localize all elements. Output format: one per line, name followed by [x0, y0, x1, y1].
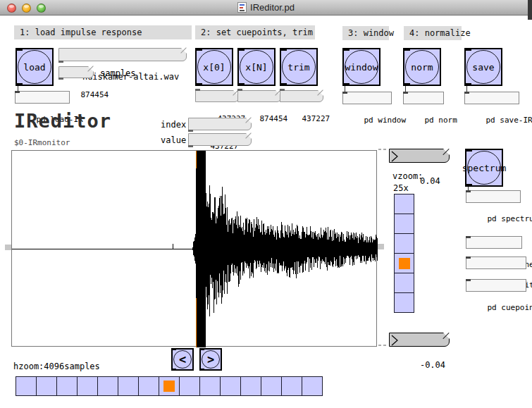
scroll-left-bang-button[interactable]: <	[171, 348, 194, 371]
vzoom-radio-cell[interactable]	[394, 214, 414, 234]
graph-handle-right	[378, 244, 384, 249]
object-text: pd norm	[425, 116, 457, 125]
value-number-field[interactable]: -0.0934953	[188, 133, 252, 146]
bang-label: save	[472, 62, 494, 73]
pd-spectrum-object[interactable]: pd spectrum	[466, 190, 521, 203]
object-text: pd window	[364, 116, 407, 125]
vzoom-radio-cell[interactable]	[394, 233, 414, 254]
trim-bang-button[interactable]: trim	[280, 48, 318, 86]
cue-end-bang-button[interactable]: x[N]	[237, 48, 276, 86]
bang-circle: save	[466, 50, 500, 84]
zoom-button[interactable]	[37, 4, 46, 13]
bang-label: x[0]	[203, 62, 225, 73]
vzoom-value-label: 25x	[393, 183, 409, 193]
pd-window-object[interactable]: pd window	[342, 92, 392, 104]
hzoom-radio-cell[interactable]	[199, 376, 221, 396]
bang-circle: x[N]	[240, 50, 273, 84]
close-button[interactable]	[7, 4, 16, 13]
vzoom-radio-cell[interactable]	[394, 194, 414, 214]
vzoom-radio-cell[interactable]	[394, 292, 414, 313]
cue-start-number-field[interactable]: 437227	[195, 90, 239, 102]
pd-cuepoints-object[interactable]: pd cuepoints	[466, 279, 526, 292]
outlet-nub	[188, 145, 193, 147]
waveform-display[interactable]	[11, 150, 377, 347]
trim-number-field[interactable]: 437227	[280, 90, 323, 102]
vzoom-label: vzoom:	[392, 171, 423, 181]
inlet-nub	[403, 92, 408, 94]
page-title: IReditor	[14, 110, 111, 132]
hzoom-radio-cell[interactable]	[220, 376, 241, 396]
bang-circle: >	[202, 350, 220, 369]
app-window: IReditor.pd 1: load impulse response 2: …	[0, 0, 532, 408]
graph-corner-dashes	[378, 345, 388, 346]
patch-cord	[345, 86, 345, 92]
trim-value: 437227	[302, 114, 330, 123]
load-bang-button[interactable]: load	[16, 48, 54, 86]
hzoom-radio-cell[interactable]	[159, 376, 180, 396]
hzoom-radio-cell[interactable]	[77, 376, 98, 396]
bang-circle: trim	[282, 50, 316, 84]
nbx-triangle-icon	[391, 335, 399, 346]
minimize-button[interactable]	[22, 4, 31, 13]
hzoom-radio-cell[interactable]	[179, 376, 200, 396]
save-bang-button[interactable]: save	[464, 48, 502, 86]
y-min-numberbox[interactable]: -0.04	[389, 333, 450, 347]
spectrum-bang-button[interactable]: spectrum	[465, 149, 503, 187]
hzoom-radio-cell[interactable]	[261, 376, 282, 396]
window-title-group: IReditor.pd	[237, 2, 295, 13]
object-text: pd cuepoints	[488, 303, 532, 312]
pd-norm-object[interactable]: pd norm	[403, 92, 444, 104]
pd-info-help-object[interactable]: pd info/help	[466, 236, 522, 249]
vzoom-radio-cell[interactable]	[394, 253, 414, 273]
selected-marker	[399, 258, 410, 269]
inlet-nub	[280, 89, 285, 91]
samples-count-value: 874454	[81, 90, 109, 99]
outlet-nub	[188, 130, 193, 132]
selected-marker	[163, 381, 175, 392]
title-bar[interactable]: IReditor.pd	[0, 0, 532, 16]
bang-label: trim	[287, 62, 309, 73]
samples-count-field[interactable]: 874454	[58, 66, 94, 78]
inlet-nub	[342, 92, 347, 94]
pd-irmonitor-object[interactable]: pd IRmonitor	[466, 256, 526, 269]
pd-load-ir-object[interactable]: pd load-IR	[15, 91, 70, 104]
hzoom-radio-cell[interactable]	[240, 376, 261, 396]
outlet-nub	[58, 78, 63, 80]
y-min-value: -0.04	[420, 360, 445, 370]
inlet-nub	[195, 89, 200, 91]
index-number-field[interactable]: 437227	[188, 118, 252, 130]
hzoom-radio[interactable]	[16, 376, 323, 396]
monitor-label: $0-IRmonitor	[14, 138, 70, 147]
patch-cord	[405, 86, 406, 92]
y-max-numberbox[interactable]: 0.04	[389, 149, 450, 163]
section-label-cuepoints: 2: set cuepoints, trim	[195, 25, 315, 39]
hzoom-radio-cell[interactable]	[36, 376, 57, 396]
inlet-nub	[466, 256, 471, 259]
window-bang-button[interactable]: window	[342, 48, 381, 86]
vzoom-radio-cell[interactable]	[394, 273, 414, 293]
scroll-right-bang-button[interactable]: >	[199, 348, 222, 371]
bang-label: >	[207, 352, 214, 366]
filename-field[interactable]: huiskamer-altai.wav	[58, 48, 187, 61]
inlet-nub	[466, 236, 471, 238]
inlet-nub	[15, 91, 20, 93]
window-title: IReditor.pd	[250, 2, 295, 13]
hzoom-radio-cell[interactable]	[302, 376, 323, 396]
bang-label: <	[179, 352, 186, 366]
cue-start-bang-button[interactable]: x[0]	[195, 48, 233, 86]
hzoom-radio-cell[interactable]	[281, 376, 302, 396]
hzoom-label: hzoom:4096samples	[13, 361, 100, 371]
hzoom-radio-cell[interactable]	[138, 376, 159, 396]
hzoom-radio-cell[interactable]	[56, 376, 78, 396]
hzoom-radio-cell[interactable]	[16, 376, 37, 396]
background-window-sliver	[528, 0, 532, 20]
hzoom-radio-cell[interactable]	[118, 376, 139, 396]
bang-label: window	[345, 62, 378, 73]
cue-end-number-field[interactable]: 874454	[237, 90, 281, 102]
hzoom-radio-cell[interactable]	[97, 376, 118, 396]
pd-save-ir-object[interactable]: pd save-IR	[464, 92, 519, 104]
inlet-nub	[237, 89, 242, 91]
normalize-bang-button[interactable]: norm	[403, 48, 441, 86]
vzoom-radio[interactable]	[394, 194, 414, 313]
inlet-nub	[466, 279, 471, 281]
